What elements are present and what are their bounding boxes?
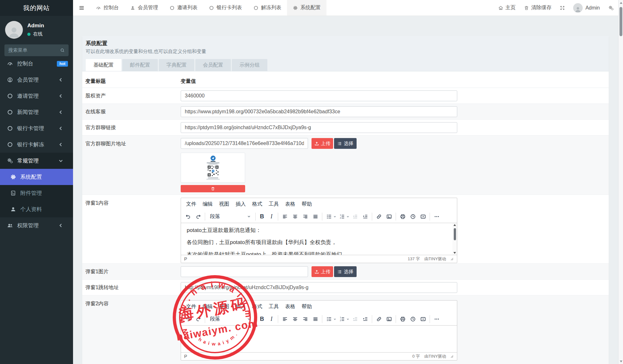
- equity-input[interactable]: [181, 90, 457, 101]
- sidebar-subitem[interactable]: 个人资料: [0, 201, 73, 217]
- delete-image-button[interactable]: [181, 185, 245, 192]
- settings-cogs-button[interactable]: [608, 5, 614, 11]
- scroll-down-arrow[interactable]: [453, 252, 456, 254]
- scroll-up-arrow[interactable]: [453, 224, 456, 226]
- align-right-button[interactable]: [300, 314, 310, 324]
- editor-scrollbar[interactable]: [452, 223, 457, 255]
- caret-down-icon[interactable]: [333, 212, 337, 221]
- scroll-down-arrow[interactable]: [620, 361, 622, 362]
- editor-menu-item[interactable]: 表格: [282, 302, 298, 312]
- editor-menu-item[interactable]: 视图: [216, 302, 232, 312]
- config-tab[interactable]: 邮件配置: [122, 59, 158, 71]
- choose-button[interactable]: 选择: [334, 266, 357, 277]
- editor-menu-item[interactable]: 编辑: [199, 302, 216, 312]
- sidebar-subitem[interactable]: 附件管理: [0, 185, 73, 201]
- scrollbar-thumb[interactable]: [454, 228, 456, 240]
- editor-menu-item[interactable]: 编辑: [199, 199, 216, 209]
- undo-button[interactable]: [183, 314, 193, 324]
- media-button[interactable]: [418, 314, 428, 324]
- nav-tab[interactable]: 控制台: [90, 0, 124, 16]
- popup1-editor[interactable]: 文件编辑视图插入格式工具表格帮助段落BI12potato土豆退款最新消息通知：各…: [181, 198, 457, 263]
- scroll-up-arrow[interactable]: [620, 2, 622, 4]
- outdent-button[interactable]: [350, 212, 360, 221]
- sidebar-item[interactable]: 常规管理: [0, 153, 73, 169]
- caret-down-icon[interactable]: [346, 314, 350, 324]
- editor-menu-item[interactable]: 帮助: [298, 199, 315, 209]
- align-center-button[interactable]: [290, 314, 300, 324]
- sidebar-item[interactable]: 会员管理: [0, 72, 73, 88]
- indent-button[interactable]: [360, 314, 370, 324]
- config-tab[interactable]: 字典配置: [159, 59, 194, 71]
- element-path[interactable]: P: [184, 256, 408, 261]
- list-number-button[interactable]: 12: [337, 314, 347, 324]
- fullscreen-button[interactable]: [560, 5, 565, 10]
- align-justify-button[interactable]: [310, 212, 320, 221]
- resize-grip-icon[interactable]: [450, 354, 454, 358]
- scrollbar-thumb[interactable]: [620, 7, 622, 36]
- redo-button[interactable]: [193, 314, 203, 324]
- bold-button[interactable]: B: [257, 314, 267, 324]
- editor-menu-item[interactable]: 格式: [249, 302, 265, 312]
- list-number-button[interactable]: 12: [337, 212, 347, 221]
- home-link[interactable]: 主页: [498, 4, 516, 11]
- print-button[interactable]: [398, 212, 408, 221]
- italic-button[interactable]: I: [267, 314, 276, 324]
- style-select[interactable]: 段落: [207, 212, 254, 221]
- config-tab[interactable]: 基础配置: [86, 59, 121, 71]
- user-menu[interactable]: Admin: [573, 3, 600, 13]
- group-image-input[interactable]: [181, 138, 308, 149]
- service-input[interactable]: [181, 106, 457, 117]
- resize-grip-icon[interactable]: [450, 257, 454, 261]
- editor-menu-item[interactable]: 格式: [249, 199, 265, 209]
- align-left-button[interactable]: [280, 314, 290, 324]
- editor-menu-item[interactable]: 工具: [265, 302, 282, 312]
- upload-button[interactable]: 上传: [312, 138, 333, 149]
- bold-button[interactable]: B: [257, 212, 267, 221]
- sidebar-subitem[interactable]: 系统配置: [0, 169, 73, 185]
- editor-menu-item[interactable]: 插入: [232, 302, 249, 312]
- sidebar-item[interactable]: 银行卡管理: [0, 120, 73, 136]
- config-tab[interactable]: 会员配置: [195, 59, 231, 71]
- sidebar-item[interactable]: 新闻管理: [0, 104, 73, 120]
- link-button[interactable]: [374, 314, 384, 324]
- popup1-image-input[interactable]: [181, 266, 308, 277]
- sidebar-item[interactable]: 邀请管理: [0, 88, 73, 104]
- popup2-editor[interactable]: 文件编辑视图插入格式工具表格帮助段落BI12P0 字由TINY驱动: [181, 300, 457, 361]
- page-scrollbar[interactable]: [618, 0, 623, 364]
- editor-menu-item[interactable]: 插入: [232, 199, 249, 209]
- nav-tab[interactable]: 银行卡列表: [203, 0, 248, 16]
- list-bullet-button[interactable]: [324, 212, 334, 221]
- sidebar-item[interactable]: 银行卡解冻: [0, 136, 73, 153]
- list-bullet-button[interactable]: [324, 314, 334, 324]
- sidebar-item[interactable]: 权限管理: [0, 217, 73, 234]
- italic-button[interactable]: I: [267, 212, 276, 221]
- group-image-preview[interactable]: [181, 153, 245, 183]
- hamburger-icon[interactable]: [73, 0, 90, 16]
- caret-down-icon[interactable]: [333, 314, 337, 324]
- more-button[interactable]: [432, 212, 442, 221]
- editor-menu-item[interactable]: 帮助: [298, 302, 315, 312]
- media-button[interactable]: [418, 212, 428, 221]
- sidebar-item[interactable]: 控制台hot: [0, 56, 73, 72]
- more-button[interactable]: [432, 314, 442, 324]
- preview-button[interactable]: [408, 212, 418, 221]
- sidebar-search[interactable]: 搜索菜单: [4, 44, 69, 56]
- element-path[interactable]: P: [184, 354, 412, 359]
- upload-button[interactable]: 上传: [312, 266, 333, 277]
- print-button[interactable]: [398, 314, 408, 324]
- nav-tab[interactable]: 会员管理: [124, 0, 164, 16]
- word-count[interactable]: 0 字: [412, 354, 420, 359]
- popup1-url-input[interactable]: [181, 282, 457, 293]
- nav-tab[interactable]: 解冻列表: [248, 0, 287, 16]
- style-select[interactable]: 段落: [207, 314, 254, 324]
- word-count[interactable]: 137 字: [408, 256, 420, 262]
- search-icon[interactable]: [60, 48, 65, 53]
- redo-button[interactable]: [193, 212, 203, 221]
- align-right-button[interactable]: [300, 212, 310, 221]
- link-button[interactable]: [374, 212, 384, 221]
- choose-button[interactable]: 选择: [334, 138, 357, 149]
- image-button[interactable]: [384, 212, 394, 221]
- undo-button[interactable]: [183, 212, 193, 221]
- align-center-button[interactable]: [290, 212, 300, 221]
- outdent-button[interactable]: [350, 314, 360, 324]
